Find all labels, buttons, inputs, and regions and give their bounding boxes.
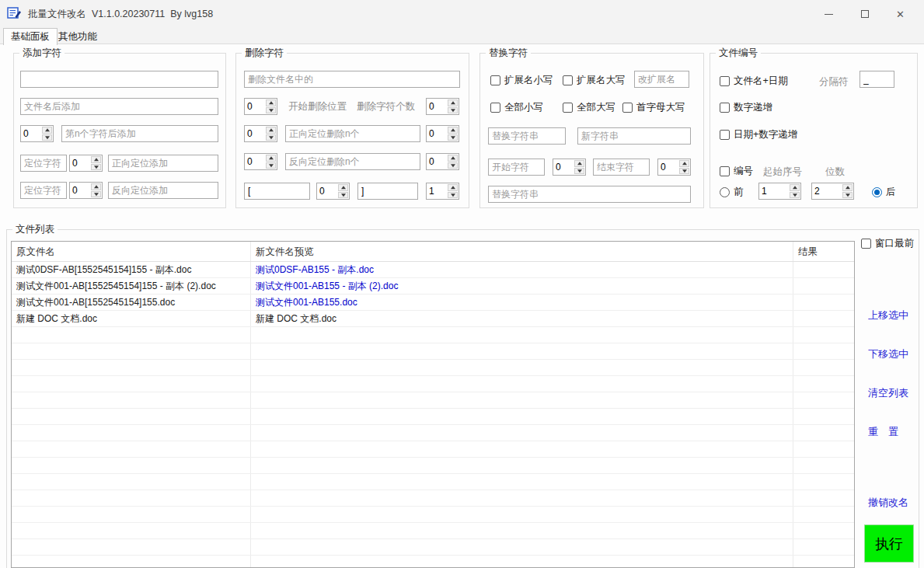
table-row[interactable]: 测试文件001-AB[1552545154]155.doc测试文件001-AB1… xyxy=(12,294,854,311)
delete-count-value[interactable] xyxy=(427,99,447,114)
add-text-input[interactable] xyxy=(20,71,218,88)
delete-bracket-value[interactable] xyxy=(317,183,337,199)
checkbox-icon[interactable] xyxy=(720,130,730,140)
move-up-button[interactable]: 上移选中 xyxy=(868,308,908,322)
spin-up-icon[interactable] xyxy=(266,99,276,106)
checkbox-ext-uppercase[interactable]: 扩展名大写 xyxy=(563,74,626,86)
table-row[interactable]: 新建 DOC 文档.doc新建 DOC 文档.doc xyxy=(12,311,854,327)
delete-bwd-count-spinner[interactable] xyxy=(426,153,459,170)
delete-bwd-value[interactable] xyxy=(245,154,265,169)
tab-other-functions[interactable]: 其他功能 xyxy=(51,29,104,45)
separator-input[interactable] xyxy=(859,71,894,88)
spin-up-icon[interactable] xyxy=(679,160,689,167)
checkbox-window-topmost[interactable]: 窗口最前 xyxy=(861,237,914,249)
spin-up-icon[interactable] xyxy=(42,127,52,134)
clear-list-button[interactable]: 清空列表 xyxy=(868,386,908,400)
checkbox-number-increment[interactable]: 数字递增 xyxy=(720,101,772,113)
delete-bracket-spinner[interactable] xyxy=(316,183,350,200)
spin-down-icon[interactable] xyxy=(91,164,101,171)
delete-fwd-count-value[interactable] xyxy=(427,126,447,141)
tab-basic-panel[interactable]: 基础面板 xyxy=(3,28,58,45)
spin-up-icon[interactable] xyxy=(91,156,101,163)
checkbox-numbering[interactable]: 编号 xyxy=(720,165,753,177)
replace-end-value[interactable] xyxy=(658,159,678,175)
add-backward-value[interactable] xyxy=(70,183,90,198)
digits-spinner[interactable] xyxy=(811,183,854,200)
checkbox-capitalize[interactable]: 首字母大写 xyxy=(622,101,685,113)
spin-up-icon[interactable] xyxy=(790,184,800,191)
replace-start-spinner[interactable] xyxy=(553,159,586,176)
checkbox-icon[interactable] xyxy=(490,75,500,85)
delete-fwd-count-spinner[interactable] xyxy=(426,125,459,142)
add-forward-value[interactable] xyxy=(70,155,90,171)
spin-up-icon[interactable] xyxy=(266,155,276,162)
reset-button[interactable]: 重 置 xyxy=(868,425,898,439)
spin-down-icon[interactable] xyxy=(266,107,276,114)
delete-fwd-value[interactable] xyxy=(245,126,265,141)
replace-end-char-input[interactable] xyxy=(593,159,650,176)
delete-count-spinner[interactable] xyxy=(426,98,459,115)
replace-range-input[interactable] xyxy=(488,186,691,203)
delete-bracket-count-value[interactable] xyxy=(427,183,447,199)
spin-up-icon[interactable] xyxy=(448,155,458,162)
spin-down-icon[interactable] xyxy=(574,168,584,175)
change-ext-input[interactable] xyxy=(634,71,689,88)
minimize-icon[interactable] xyxy=(811,0,846,28)
spin-up-icon[interactable] xyxy=(574,160,584,167)
add-backward-spinner[interactable] xyxy=(69,182,103,199)
start-seq-spinner[interactable] xyxy=(758,183,801,200)
add-backward-input[interactable] xyxy=(108,182,218,199)
checkbox-icon[interactable] xyxy=(622,103,633,113)
spin-down-icon[interactable] xyxy=(679,168,689,175)
add-pos-char-input[interactable] xyxy=(20,155,67,172)
spin-up-icon[interactable] xyxy=(338,184,348,191)
checkbox-icon[interactable] xyxy=(490,103,500,113)
delete-contains-input[interactable] xyxy=(244,71,460,88)
spin-down-icon[interactable] xyxy=(448,192,458,199)
checkbox-icon[interactable] xyxy=(861,239,871,249)
column-original-filename[interactable]: 原文件名 xyxy=(12,242,251,261)
checkbox-name-date[interactable]: 文件名+日期 xyxy=(720,75,788,87)
checkbox-icon[interactable] xyxy=(720,76,730,86)
table-row[interactable]: 测试0DSF-AB[1552545154]155 - 副本.doc测试0DSF-… xyxy=(12,262,854,278)
checkbox-icon[interactable] xyxy=(563,75,573,85)
add-nth-value[interactable] xyxy=(21,126,41,141)
checkbox-icon[interactable] xyxy=(563,103,573,113)
radio-number-back[interactable]: 后 xyxy=(872,186,896,198)
add-nth-input[interactable] xyxy=(61,125,218,142)
spin-down-icon[interactable] xyxy=(448,107,458,114)
add-after-name-input[interactable] xyxy=(20,98,218,115)
add-pos-char2-input[interactable] xyxy=(20,182,67,199)
replace-start-value[interactable] xyxy=(553,159,574,175)
delete-start-pos-value[interactable] xyxy=(245,99,265,114)
checkbox-icon[interactable] xyxy=(720,166,730,176)
replace-end-spinner[interactable] xyxy=(657,159,691,176)
spin-down-icon[interactable] xyxy=(338,192,348,199)
close-icon[interactable]: ✕ xyxy=(883,0,918,28)
add-nth-spinner[interactable] xyxy=(20,125,54,142)
checkbox-all-lowercase[interactable]: 全部小写 xyxy=(490,101,543,113)
spin-down-icon[interactable] xyxy=(266,134,276,141)
execute-button[interactable]: 执行 xyxy=(864,524,914,563)
spin-up-icon[interactable] xyxy=(448,99,458,106)
spin-down-icon[interactable] xyxy=(42,134,52,141)
add-forward-input[interactable] xyxy=(108,155,218,172)
spin-up-icon[interactable] xyxy=(448,184,458,191)
table-row[interactable]: 测试文件001-AB[1552545154]155 - 副本 (2).doc测试… xyxy=(12,278,854,294)
column-result[interactable]: 结果 xyxy=(793,242,854,261)
spin-down-icon[interactable] xyxy=(448,134,458,141)
delete-fwd-spinner[interactable] xyxy=(244,125,277,142)
spin-down-icon[interactable] xyxy=(266,162,276,169)
radio-icon[interactable] xyxy=(720,187,730,197)
spin-up-icon[interactable] xyxy=(842,184,853,191)
file-list[interactable]: 原文件名 新文件名预览 结果 测试0DSF-AB[1552545154]155 … xyxy=(11,241,855,568)
spin-down-icon[interactable] xyxy=(448,162,458,169)
delete-bracket-count-spinner[interactable] xyxy=(426,183,459,200)
maximize-icon[interactable] xyxy=(847,0,882,28)
digits-value[interactable] xyxy=(812,183,842,199)
delete-bwd-spinner[interactable] xyxy=(244,153,277,170)
add-forward-spinner[interactable] xyxy=(69,155,103,172)
radio-selected-icon[interactable] xyxy=(872,187,882,197)
delete-bracket-open-input[interactable] xyxy=(244,183,310,200)
checkbox-ext-lowercase[interactable]: 扩展名小写 xyxy=(490,74,553,86)
